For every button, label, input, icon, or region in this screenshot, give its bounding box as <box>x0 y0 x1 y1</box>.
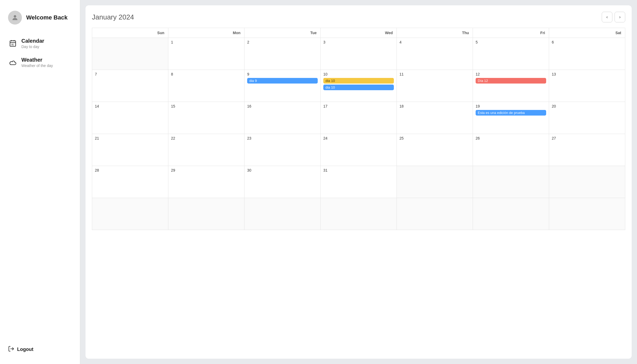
calendar-container: January 2024 ‹ › Sun Mon Tue Wed Thu Fri… <box>86 5 632 359</box>
day-number: 19 <box>476 104 546 108</box>
day-number: 9 <box>247 72 318 76</box>
calendar-cell[interactable]: 28 <box>92 166 168 198</box>
header-tue: Tue <box>244 28 321 38</box>
calendar-week-row: 28293031 <box>92 166 625 198</box>
day-number: 7 <box>95 72 165 76</box>
calendar-cell[interactable]: 25 <box>397 134 473 166</box>
header-sun: Sun <box>92 28 168 38</box>
calendar-cell[interactable]: 20 <box>549 102 625 134</box>
calendar-cell[interactable] <box>397 198 473 230</box>
calendar-event[interactable]: dia 10 <box>323 85 394 90</box>
days-header-row: Sun Mon Tue Wed Thu Fri Sat <box>92 28 625 38</box>
calendar-cell[interactable]: 18 <box>397 102 473 134</box>
sidebar-item-weather[interactable]: Weather Weather of the day <box>8 57 72 68</box>
calendar-event[interactable]: dia 10 <box>323 78 394 84</box>
header-mon: Mon <box>168 28 244 38</box>
day-number: 13 <box>552 72 622 76</box>
main-content: January 2024 ‹ › Sun Mon Tue Wed Thu Fri… <box>80 0 637 364</box>
calendar-week-row: 123456 <box>92 38 625 70</box>
calendar-cell[interactable] <box>549 166 625 198</box>
prev-month-button[interactable]: ‹ <box>602 12 612 22</box>
svg-text:31: 31 <box>11 43 14 46</box>
day-number: 27 <box>552 136 622 140</box>
calendar-cell[interactable]: 22 <box>168 134 244 166</box>
calendar-cell[interactable]: 7 <box>92 70 168 102</box>
calendar-cell[interactable]: 23 <box>244 134 321 166</box>
calendar-cell[interactable] <box>168 198 244 230</box>
calendar-cell[interactable]: 3 <box>321 38 397 70</box>
day-number: 5 <box>476 40 546 44</box>
day-number: 16 <box>247 104 318 108</box>
logout-button[interactable]: Logout <box>8 340 72 353</box>
main-nav: 31 Calendar Day to day Weather Weather o… <box>8 38 72 340</box>
day-number: 1 <box>171 40 242 44</box>
cloud-icon <box>8 57 18 67</box>
day-number: 11 <box>399 72 470 76</box>
welcome-text: Welcome Back <box>26 14 68 21</box>
year-label: 2024 <box>119 13 134 21</box>
calendar-week-row: 21222324252627 <box>92 134 625 166</box>
calendar-cell[interactable] <box>92 198 168 230</box>
calendar-cell[interactable]: 1 <box>168 38 244 70</box>
nav-buttons: ‹ › <box>602 12 625 22</box>
calendar-event[interactable]: Esta es una edición de prueba <box>476 110 546 116</box>
calendar-grid: Sun Mon Tue Wed Thu Fri Sat 123456789dia… <box>92 28 625 230</box>
calendar-cell[interactable]: 31 <box>321 166 397 198</box>
calendar-cell[interactable]: 13 <box>549 70 625 102</box>
day-number: 22 <box>171 136 242 140</box>
calendar-title: January 2024 <box>92 13 134 21</box>
calendar-cell[interactable]: 8 <box>168 70 244 102</box>
calendar-cell[interactable]: 2 <box>244 38 321 70</box>
day-number: 26 <box>476 136 546 140</box>
calendar-cell[interactable]: 15 <box>168 102 244 134</box>
calendar-cell[interactable]: 16 <box>244 102 321 134</box>
day-number: 30 <box>247 168 318 172</box>
calendar-cell[interactable]: 27 <box>549 134 625 166</box>
day-number: 29 <box>171 168 242 172</box>
weather-nav-label: Weather <box>21 57 53 63</box>
day-number: 10 <box>323 72 394 76</box>
calendar-cell[interactable] <box>397 166 473 198</box>
calendar-cell[interactable]: 30 <box>244 166 321 198</box>
next-month-button[interactable]: › <box>615 12 625 22</box>
day-number: 4 <box>399 40 470 44</box>
calendar-header: January 2024 ‹ › <box>92 12 625 22</box>
calendar-cell[interactable]: 17 <box>321 102 397 134</box>
calendar-event[interactable]: Día 12 <box>476 78 546 84</box>
avatar <box>8 11 22 25</box>
header-thu: Thu <box>397 28 473 38</box>
sidebar-item-calendar[interactable]: 31 Calendar Day to day <box>8 38 72 49</box>
calendar-cell[interactable]: 4 <box>397 38 473 70</box>
calendar-cell[interactable]: 19Esta es una edición de prueba <box>473 102 549 134</box>
calendar-cell[interactable]: 10dia 10dia 10 <box>321 70 397 102</box>
calendar-cell[interactable] <box>549 198 625 230</box>
day-number: 14 <box>95 104 165 108</box>
header-fri: Fri <box>473 28 549 38</box>
day-number: 18 <box>399 104 470 108</box>
calendar-cell[interactable]: 26 <box>473 134 549 166</box>
calendar-nav-sublabel: Day to day <box>21 45 44 49</box>
day-number: 8 <box>171 72 242 76</box>
calendar-cell[interactable]: 29 <box>168 166 244 198</box>
day-number: 3 <box>323 40 394 44</box>
calendar-cell[interactable] <box>473 198 549 230</box>
calendar-cell[interactable]: 14 <box>92 102 168 134</box>
calendar-cell[interactable]: 24 <box>321 134 397 166</box>
calendar-cell[interactable]: 5 <box>473 38 549 70</box>
calendar-cell[interactable]: 11 <box>397 70 473 102</box>
day-number: 15 <box>171 104 242 108</box>
calendar-cell[interactable]: 21 <box>92 134 168 166</box>
calendar-week-row <box>92 198 625 230</box>
calendar-cell[interactable] <box>473 166 549 198</box>
calendar-icon: 31 <box>8 38 18 48</box>
day-number: 31 <box>323 168 394 172</box>
day-number: 28 <box>95 168 165 172</box>
calendar-nav-label: Calendar <box>21 38 44 44</box>
calendar-cell[interactable] <box>321 198 397 230</box>
calendar-cell[interactable]: 6 <box>549 38 625 70</box>
calendar-event[interactable]: dia 9 <box>247 78 318 84</box>
calendar-cell[interactable] <box>92 38 168 70</box>
calendar-cell[interactable]: 9dia 9 <box>244 70 321 102</box>
calendar-cell[interactable]: 12Día 12 <box>473 70 549 102</box>
calendar-cell[interactable] <box>244 198 321 230</box>
